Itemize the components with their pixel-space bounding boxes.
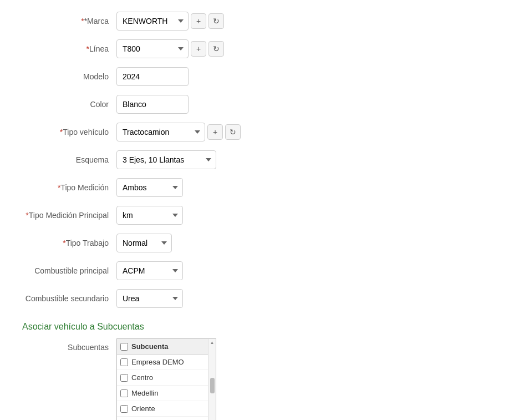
subcuenta-item-medellin: Medellin: [117, 386, 208, 401]
color-label: Color: [22, 100, 116, 109]
linea-select[interactable]: T800: [116, 39, 189, 58]
tipo-vehiculo-select[interactable]: Tractocamion: [116, 123, 205, 141]
linea-controls: T800 + ↻: [116, 39, 224, 58]
tipo-trabajo-select[interactable]: Normal: [116, 234, 172, 252]
subcuenta-item-empresa-demo: Empresa DEMO: [117, 355, 208, 370]
combustible-principal-select[interactable]: ACPM: [116, 261, 183, 280]
scroll-thumb[interactable]: [210, 378, 215, 393]
subcuentas-table-wrapper: Subcuenta Empresa DEMO Centro Medellin: [116, 338, 216, 420]
marca-row: **Marca KENWORTH + ↻: [22, 11, 492, 31]
subcuentas-select-all-checkbox[interactable]: [120, 343, 128, 351]
subcuentas-scrollbar: ▲ ▼: [208, 339, 216, 420]
subcuenta-name-empresa-demo: Empresa DEMO: [131, 358, 184, 366]
tipo-vehiculo-controls: Tractocamion + ↻: [116, 123, 241, 141]
subcuenta-checkbox-oriente[interactable]: [120, 405, 128, 413]
linea-row: *Línea T800 + ↻: [22, 39, 492, 59]
subcuenta-name-oriente: Oriente: [131, 404, 155, 413]
esquema-label: Esquema: [22, 155, 116, 164]
subcuenta-item-sur: Sur: [117, 417, 208, 420]
tipo-medicion-select[interactable]: Ambos: [116, 178, 183, 197]
subcuenta-name-centro: Centro: [131, 373, 153, 382]
tipo-medicion-principal-row: *Tipo Medición Principal km: [22, 205, 492, 225]
marca-refresh-button[interactable]: ↻: [208, 13, 224, 29]
tipo-vehiculo-refresh-button[interactable]: ↻: [225, 124, 241, 140]
subcuentas-list: Subcuenta Empresa DEMO Centro Medellin: [117, 339, 208, 420]
marca-select[interactable]: KENWORTH: [116, 12, 189, 31]
linea-add-button[interactable]: +: [191, 41, 206, 57]
combustible-principal-label: Combustible principal: [22, 266, 116, 275]
tipo-medicion-principal-label: *Tipo Medición Principal: [22, 211, 116, 220]
tipo-vehiculo-add-button[interactable]: +: [207, 124, 223, 140]
color-input[interactable]: [116, 95, 189, 114]
subcuenta-item-centro: Centro: [117, 370, 208, 386]
combustible-secundario-label: Combustible secundario: [22, 294, 116, 303]
tipo-vehiculo-label: *Tipo vehículo: [22, 128, 116, 136]
subcuenta-checkbox-empresa-demo[interactable]: [120, 358, 128, 366]
modelo-row: Modelo: [22, 67, 492, 87]
subcuentas-section-title: Asociar vehículo a Subcuentas: [22, 322, 492, 332]
tipo-vehiculo-row: *Tipo vehículo Tractocamion + ↻: [22, 122, 492, 142]
combustible-secundario-row: Combustible secundario Urea: [22, 289, 492, 308]
esquema-row: Esquema 3 Ejes, 10 Llantas: [22, 150, 492, 170]
subcuenta-checkbox-medellin[interactable]: [120, 389, 128, 397]
linea-refresh-button[interactable]: ↻: [208, 41, 224, 57]
subcuenta-checkbox-centro[interactable]: [120, 374, 128, 382]
tipo-medicion-principal-select[interactable]: km: [116, 206, 183, 225]
subcuentas-label: Subcuentas: [22, 338, 116, 352]
combustible-secundario-select[interactable]: Urea: [116, 289, 183, 308]
linea-label: *Línea: [22, 44, 116, 53]
marca-label: **Marca: [22, 17, 116, 26]
subcuentas-header-row: Subcuenta: [117, 339, 208, 355]
tipo-trabajo-label: *Tipo Trabajo: [22, 239, 116, 247]
tipo-trabajo-row: *Tipo Trabajo Normal: [22, 233, 492, 253]
subcuentas-column-header: Subcuenta: [131, 342, 168, 351]
scroll-up-arrow[interactable]: ▲: [210, 340, 215, 345]
modelo-input[interactable]: [116, 67, 189, 86]
form-container: **Marca KENWORTH + ↻ *Línea T800 +: [0, 0, 514, 420]
subcuenta-item-oriente: Oriente: [117, 401, 208, 417]
modelo-label: Modelo: [22, 72, 116, 81]
marca-add-button[interactable]: +: [191, 13, 206, 29]
subcuenta-name-medellin: Medellin: [131, 389, 158, 397]
combustible-principal-row: Combustible principal ACPM: [22, 261, 492, 281]
tipo-medicion-row: *Tipo Medición Ambos: [22, 178, 492, 198]
marca-controls: KENWORTH + ↻: [116, 12, 224, 31]
subcuentas-container: Subcuentas Subcuenta Empresa DEMO Centro: [22, 338, 492, 420]
esquema-select[interactable]: 3 Ejes, 10 Llantas: [116, 150, 216, 169]
color-row: Color: [22, 94, 492, 114]
tipo-medicion-label: *Tipo Medición: [22, 183, 116, 192]
